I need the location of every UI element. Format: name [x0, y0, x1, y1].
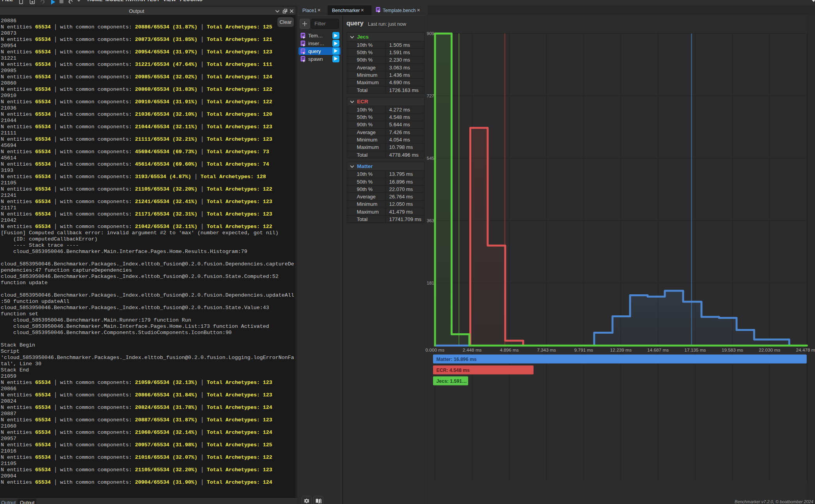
svg-text:363: 363 — [427, 218, 434, 223]
svg-text:24.478 ms: 24.478 ms — [796, 347, 815, 353]
svg-text:Jecs: 1.591…: Jecs: 1.591… — [437, 378, 467, 384]
svg-text:909: 909 — [427, 31, 434, 36]
svg-text:Matter: 16.896 ms: Matter: 16.896 ms — [437, 357, 477, 362]
svg-text:17.135 ms: 17.135 ms — [684, 347, 706, 353]
svg-text:ECR: 4.548 ms: ECR: 4.548 ms — [437, 368, 470, 373]
svg-text:22.030 ms: 22.030 ms — [759, 347, 780, 353]
svg-text:181: 181 — [427, 281, 434, 285]
svg-text:19.583 ms: 19.583 ms — [722, 347, 743, 353]
svg-text:14.687 ms: 14.687 ms — [647, 347, 669, 353]
svg-text:0.000 ms: 0.000 ms — [426, 347, 445, 353]
svg-text:2.448 ms: 2.448 ms — [463, 347, 482, 353]
svg-text:12.239 ms: 12.239 ms — [610, 347, 632, 353]
svg-text:545: 545 — [427, 156, 434, 161]
svg-text:727: 727 — [427, 94, 434, 98]
svg-text:4.896 ms: 4.896 ms — [500, 347, 519, 353]
svg-text:9.791 ms: 9.791 ms — [574, 347, 593, 353]
svg-text:7.343 ms: 7.343 ms — [537, 347, 556, 353]
